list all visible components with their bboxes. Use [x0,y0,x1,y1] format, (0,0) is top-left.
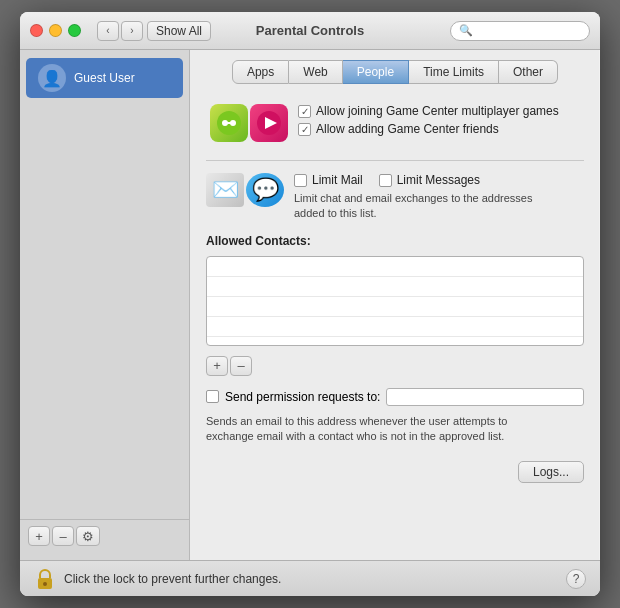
messaging-controls: Limit Mail Limit Messages Limit chat and… [294,173,554,222]
messaging-description: Limit chat and email exchanges to the ad… [294,191,554,222]
lock-icon[interactable] [34,568,56,590]
game-center-options: ✓ Allow joining Game Center multiplayer … [298,104,559,136]
traffic-lights [30,24,81,37]
titlebar: ‹ › Show All Parental Controls 🔍 [20,12,600,50]
window-title: Parental Controls [256,23,364,38]
nav-buttons: ‹ › [97,21,143,41]
game-center-section: ✓ Allow joining Game Center multiplayer … [206,98,584,148]
allow-friends-row: ✓ Allow adding Game Center friends [298,122,559,136]
messaging-icons: ✉️ 💬 [206,173,284,207]
tab-other[interactable]: Other [499,60,558,84]
logs-button[interactable]: Logs... [518,461,584,483]
limit-row: Limit Mail Limit Messages [294,173,554,187]
add-contact-button[interactable]: + [206,356,228,376]
avatar: 👤 [38,64,66,92]
tabs: Apps Web People Time Limits Other [206,60,584,84]
tab-time-limits[interactable]: Time Limits [409,60,499,84]
forward-button[interactable]: › [121,21,143,41]
sidebar: 👤 Guest User + – ⚙ [20,50,190,560]
limit-mail-row: Limit Mail [294,173,363,187]
user-label: Guest User [74,71,135,85]
permission-row: Send permission requests to: [206,388,584,406]
permission-label: Send permission requests to: [225,390,380,404]
permission-description: Sends an email to this address whenever … [206,414,546,445]
limit-messages-label: Limit Messages [397,173,480,187]
limit-messages-row: Limit Messages [379,173,480,187]
bottom-bar: Click the lock to prevent further change… [20,560,600,596]
game-center-icon-2 [250,104,288,142]
remove-contact-button[interactable]: – [230,356,252,376]
list-item [207,257,583,277]
allow-friends-label: Allow adding Game Center friends [316,122,499,136]
sidebar-spacer [20,98,189,519]
svg-rect-3 [223,122,235,124]
list-item [207,277,583,297]
game-center-icons [210,104,288,142]
limit-messages-checkbox[interactable] [379,174,392,187]
add-user-button[interactable]: + [28,526,50,546]
remove-user-button[interactable]: – [52,526,74,546]
lock-description: Click the lock to prevent further change… [64,572,558,586]
maximize-button[interactable] [68,24,81,37]
permission-checkbox[interactable] [206,390,219,403]
messaging-section: ✉️ 💬 Limit Mail Limit Messages [206,173,584,222]
allow-multiplayer-row: ✓ Allow joining Game Center multiplayer … [298,104,559,118]
permission-email-input[interactable] [386,388,584,406]
gear-icon: ⚙ [82,529,94,544]
window: ‹ › Show All Parental Controls 🔍 👤 Guest… [20,12,600,596]
back-button[interactable]: ‹ [97,21,119,41]
content: 👤 Guest User + – ⚙ Apps [20,50,600,560]
allow-multiplayer-label: Allow joining Game Center multiplayer ga… [316,104,559,118]
help-button[interactable]: ? [566,569,586,589]
contacts-list[interactable] [206,256,584,346]
search-box[interactable]: 🔍 [450,21,590,41]
svg-point-7 [43,582,47,586]
limit-mail-checkbox[interactable] [294,174,307,187]
sidebar-bottom: + – ⚙ [20,519,189,552]
divider [206,160,584,161]
tab-people[interactable]: People [343,60,409,84]
tab-apps[interactable]: Apps [232,60,289,84]
list-controls: + – [206,356,584,376]
mail-icon: ✉️ [206,173,244,207]
gear-button[interactable]: ⚙ [76,526,100,546]
messages-icon: 💬 [246,173,284,207]
game-center-icon-1 [210,104,248,142]
list-item [207,297,583,317]
allow-friends-checkbox[interactable]: ✓ [298,123,311,136]
list-item [207,317,583,337]
allowed-contacts-label: Allowed Contacts: [206,234,584,248]
sidebar-item-guest-user[interactable]: 👤 Guest User [26,58,183,98]
close-button[interactable] [30,24,43,37]
minimize-button[interactable] [49,24,62,37]
tab-web[interactable]: Web [289,60,342,84]
limit-mail-label: Limit Mail [312,173,363,187]
search-icon: 🔍 [459,24,473,37]
allow-multiplayer-checkbox[interactable]: ✓ [298,105,311,118]
show-all-button[interactable]: Show All [147,21,211,41]
main-panel: Apps Web People Time Limits Other [190,50,600,560]
